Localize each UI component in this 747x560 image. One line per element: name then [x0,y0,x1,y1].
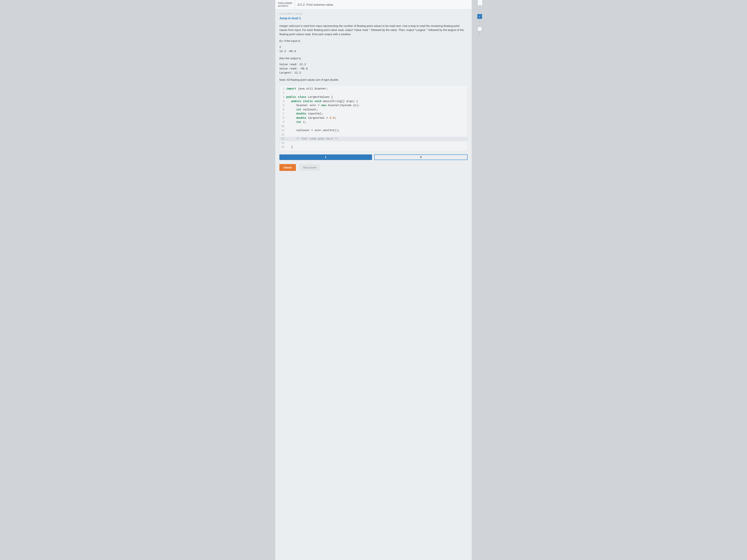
check-icon: ✓ [479,15,481,19]
level-tab-2[interactable]: 2 [374,155,468,160]
challenge-title: 6.5.2: Find extreme value. [295,0,337,9]
level-tab-1[interactable]: 1 [279,155,372,160]
note-text: Note: All floating-point values are of t… [279,78,468,82]
instructions-text: Integer valCount is read from input repr… [279,24,468,36]
line-number: 7 [280,112,286,116]
example-input-label: Ex: If the input is: [279,39,468,43]
line-number: 14 [280,141,286,145]
line-number: 12 [280,133,286,137]
line-number: 15 [280,145,286,150]
line-number: 10 [280,125,286,129]
level-connector [480,24,480,25]
level-progress-bar: 1 2 [279,155,468,160]
level-marker-2[interactable] [477,26,482,31]
next-level-button: Next level [299,164,320,171]
reference-id: 534470.3669772.qx3zqy7 [279,12,468,16]
level-marker-2-num: 2 [479,32,480,35]
level-sidebar: ✓ 1 2 [477,5,482,35]
level-marker-1-num: 1 [479,20,480,23]
line-number: 1 [280,87,286,91]
example-output-label: then the output is: [279,56,468,60]
challenge-header: CHALLENGE ACTIVITY 6.5.2: Find extreme v… [275,0,472,10]
challenge-label: CHALLENGE ACTIVITY [275,0,295,9]
line-number: 3 [280,95,286,100]
line-number: 9 [280,120,286,125]
jump-to-level-link[interactable]: Jump to level 1 [279,16,468,21]
line-number: 5 [280,104,286,108]
check-button[interactable]: Check [279,164,296,171]
line-number: 2 [280,91,286,96]
example-input: 2 12.2 -96.6 [279,45,468,54]
code-editor[interactable]: 1import java.util.Scanner; 2 3public cla… [279,85,468,151]
level-marker-1[interactable]: ✓ [477,14,482,19]
example-output: Value read: 12.2 Value read: -96.6 Large… [279,62,468,75]
line-number: 4 [280,100,286,104]
line-number: 13 [280,137,286,141]
line-number: 6 [280,108,286,112]
line-number: 11 [280,129,286,133]
line-number: 8 [280,116,286,121]
